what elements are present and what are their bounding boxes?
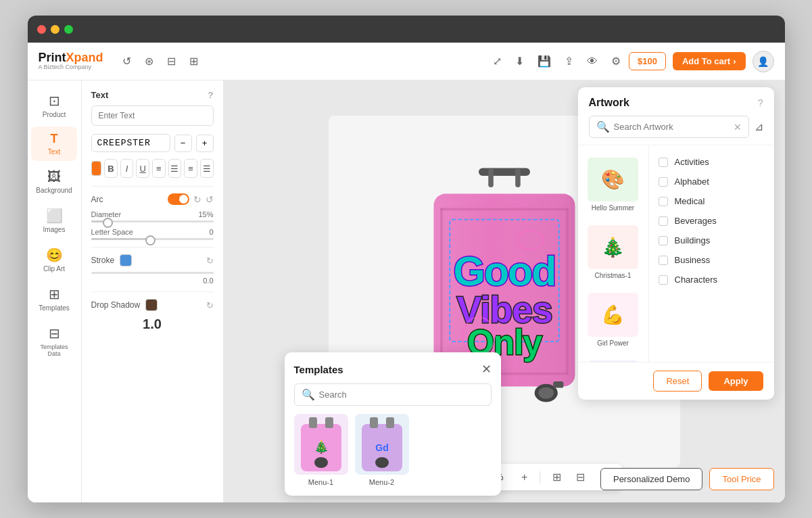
personalized-demo-btn[interactable]: Personalized Demo: [600, 468, 702, 490]
grid-btn[interactable]: ⊞: [550, 469, 564, 485]
sidebar: ⊡ Product T Text 🖼 Background ⬜ Images 😊: [28, 80, 82, 502]
clear-search-icon[interactable]: ✕: [734, 122, 742, 133]
stroke-refresh-btn[interactable]: ↻: [206, 256, 214, 266]
template-item-menu2[interactable]: Gd Menu-2: [355, 414, 409, 486]
svg-text:🎄: 🎄: [314, 440, 329, 454]
category-cb-alphabet[interactable]: [659, 177, 668, 187]
bold-btn[interactable]: B: [104, 159, 118, 178]
sidebar-item-product[interactable]: ⊡ Product: [31, 87, 77, 124]
layers-icon[interactable]: ⊛: [145, 55, 153, 68]
artwork-item-friends-forever[interactable]: ✨ Friend's Forever: [578, 354, 648, 362]
filter-icon[interactable]: ⊿: [755, 120, 763, 133]
crop-icon[interactable]: ⊟: [167, 55, 176, 68]
category-cb-characters[interactable]: [659, 275, 668, 285]
artwork-item-christmas[interactable]: 🎄 Christmas-1: [578, 218, 648, 286]
align-left-btn[interactable]: ≡: [152, 159, 166, 178]
category-cb-buildings[interactable]: [659, 236, 668, 245]
artwork-item-hello-summer[interactable]: 🎨 Hello Summer: [578, 151, 648, 218]
templates-search-icon: 🔍: [302, 388, 315, 401]
user-avatar[interactable]: 👤: [753, 51, 774, 72]
templates-search-input[interactable]: [319, 390, 484, 400]
category-cb-business[interactable]: [659, 256, 668, 265]
preview-icon[interactable]: 👁: [587, 55, 598, 68]
align-center-btn[interactable]: ☰: [168, 159, 182, 178]
template-label-menu1: Menu-1: [294, 478, 348, 486]
sidebar-item-clipart[interactable]: 😊 Clip Art: [31, 241, 77, 278]
category-cb-medical[interactable]: [659, 197, 668, 206]
artwork-item-girl-power[interactable]: 💪 Girl Power: [578, 286, 648, 354]
share-icon[interactable]: ⇪: [565, 55, 573, 68]
apply-button[interactable]: Apply: [709, 371, 763, 391]
value-display: 1.0: [91, 316, 214, 332]
align-right-btn[interactable]: ≡: [184, 159, 197, 178]
divider-3: [91, 291, 214, 292]
category-characters[interactable]: Characters: [659, 270, 765, 289]
artwork-items-list: 🎨 Hello Summer 🎄 Christmas-1 💪 Girl Powe…: [578, 145, 649, 362]
stroke-color-swatch[interactable]: [120, 254, 132, 266]
maximize-dot[interactable]: [64, 25, 73, 34]
font-increase-btn[interactable]: +: [196, 135, 214, 152]
svg-rect-0: [479, 168, 530, 176]
category-activities[interactable]: Activities: [659, 152, 765, 172]
templates-panel: Templates ✕ 🔍: [285, 352, 501, 496]
category-medical[interactable]: Medical: [659, 191, 765, 211]
stroke-row: Stroke ↻: [91, 254, 214, 266]
zoom-in-btn[interactable]: +: [519, 470, 530, 485]
help-icon[interactable]: ?: [208, 90, 214, 100]
category-cb-activities[interactable]: [659, 158, 668, 167]
divider-1: [91, 186, 214, 187]
templates-close-btn[interactable]: ✕: [481, 362, 492, 377]
images-icon: ⬜: [46, 208, 63, 224]
svg-rect-28: [386, 417, 394, 428]
header-right: $100 Add To cart › 👤: [629, 51, 774, 72]
text-input[interactable]: [91, 105, 214, 126]
template-item-menu1[interactable]: 🎄 Menu-1: [294, 414, 348, 486]
close-dot[interactable]: [37, 25, 46, 34]
svg-point-24: [314, 457, 328, 468]
shadow-refresh-btn[interactable]: ↻: [206, 300, 214, 310]
sidebar-item-templates-data[interactable]: ⊟ Templates Data: [31, 320, 77, 362]
stroke-slider[interactable]: [91, 272, 214, 274]
color-swatch[interactable]: [91, 161, 102, 176]
download-icon[interactable]: ⬇: [515, 55, 524, 68]
arc-refresh-icon[interactable]: ↺: [206, 194, 214, 205]
sidebar-item-templates[interactable]: ⊞ Templates: [31, 281, 77, 317]
category-beverages[interactable]: Beverages: [659, 211, 765, 231]
category-cb-beverages[interactable]: [659, 216, 668, 226]
fullscreen-icon[interactable]: ⤢: [493, 55, 502, 68]
reset-button[interactable]: Reset: [653, 371, 702, 392]
settings-icon[interactable]: ⚙: [611, 55, 621, 68]
underline-btn[interactable]: U: [136, 159, 149, 178]
category-buildings[interactable]: Buildings: [659, 231, 765, 250]
letter-space-slider[interactable]: [91, 238, 214, 240]
artwork-footer: Reset Apply: [578, 362, 774, 400]
arc-toggle[interactable]: [168, 193, 189, 205]
artwork-search-input[interactable]: [614, 122, 730, 132]
table-btn[interactable]: ⊟: [573, 469, 588, 485]
artwork-item-label-christmas: Christmas-1: [583, 272, 643, 279]
svg-text:Gd: Gd: [375, 442, 388, 453]
save-icon[interactable]: 💾: [538, 55, 551, 68]
italic-btn[interactable]: I: [120, 159, 134, 178]
tool-price-btn[interactable]: Tool Price: [709, 468, 773, 490]
minimize-dot[interactable]: [51, 25, 59, 34]
diameter-row: Diameter 15%: [91, 210, 214, 222]
add-to-cart-button[interactable]: Add To cart ›: [673, 52, 746, 70]
sidebar-item-images[interactable]: ⬜ Images: [31, 202, 77, 239]
align-justify-btn[interactable]: ☰: [200, 159, 214, 178]
svg-point-29: [375, 457, 389, 468]
category-business[interactable]: Business: [659, 250, 765, 270]
duplicate-icon[interactable]: ⊞: [189, 55, 198, 68]
diameter-slider[interactable]: [91, 220, 214, 222]
price-button[interactable]: $100: [629, 52, 666, 70]
undo-icon[interactable]: ↺: [122, 55, 131, 68]
background-icon: 🖼: [47, 169, 61, 185]
artwork-help-icon[interactable]: ?: [758, 97, 763, 108]
arc-reset-icon[interactable]: ↻: [193, 194, 201, 205]
sidebar-item-text[interactable]: T Text: [31, 126, 77, 161]
artwork-body: 🎨 Hello Summer 🎄 Christmas-1 💪 Girl Powe…: [578, 145, 774, 362]
shadow-color-swatch[interactable]: [145, 299, 158, 311]
category-alphabet[interactable]: Alphabet: [659, 172, 765, 191]
sidebar-item-background[interactable]: 🖼 Background: [31, 164, 77, 199]
font-decrease-btn[interactable]: −: [174, 135, 192, 152]
